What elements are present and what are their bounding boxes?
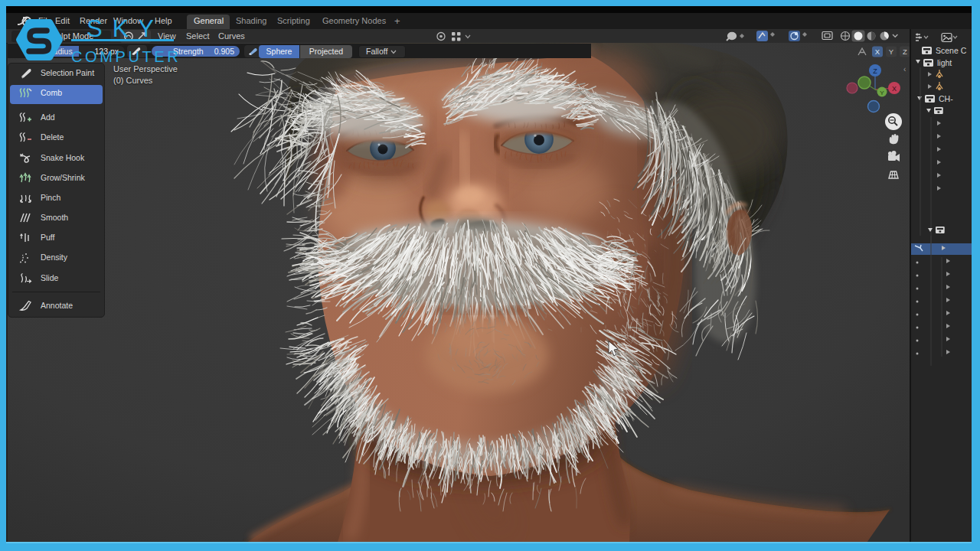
svg-text:X: X	[892, 85, 897, 93]
svg-text:‹: ‹	[903, 65, 906, 73]
svg-text:SKY: SKY	[87, 17, 164, 42]
svg-text:Z: Z	[873, 67, 877, 75]
svg-text:light: light	[937, 58, 952, 67]
svg-text:CH-: CH-	[939, 94, 953, 103]
svg-text:COMPUTER: COMPUTER	[71, 48, 181, 65]
svg-text:Scene C: Scene C	[936, 46, 967, 55]
svg-text:Y: Y	[880, 90, 884, 96]
